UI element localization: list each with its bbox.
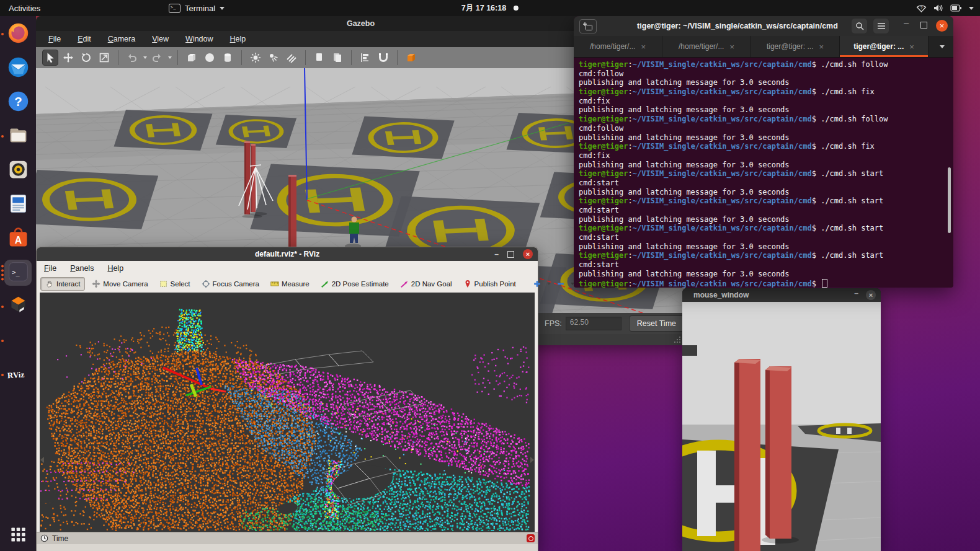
paste-icon <box>332 52 343 63</box>
mouse-window-viewport[interactable] <box>682 302 881 551</box>
resize-grip-icon[interactable] <box>674 335 681 343</box>
chevron-down-icon[interactable] <box>547 283 551 285</box>
zoom-in-button[interactable] <box>533 280 541 288</box>
dock-item-thunderbird[interactable] <box>4 55 32 81</box>
activities-button[interactable]: Activities <box>9 4 40 13</box>
terminal-tab[interactable]: tiger@tiger: ...× <box>751 36 840 57</box>
orangebox-icon <box>406 52 417 63</box>
indicator-dot <box>1 340 4 342</box>
tool-move-camera[interactable]: Move Camera <box>87 278 152 290</box>
terminal-tab[interactable]: tiger@tiger: ...× <box>840 36 929 57</box>
redo-button[interactable] <box>149 50 165 66</box>
snap-button[interactable] <box>375 50 391 66</box>
tool-publish-point[interactable]: Publish Point <box>459 278 520 290</box>
chevron-down-icon[interactable] <box>168 56 172 59</box>
dock-item-unknown-app[interactable] <box>4 328 32 354</box>
menu-button[interactable] <box>873 19 889 33</box>
rviz-titlebar[interactable]: default.rviz* - RViz – × <box>37 247 538 261</box>
undo-button[interactable] <box>124 50 140 66</box>
insert-cylinder-button[interactable] <box>220 50 236 66</box>
dock-item-libreoffice-writer[interactable] <box>4 192 32 218</box>
tool-2d-pose-estimate[interactable]: 2D Pose Estimate <box>316 278 393 290</box>
mouse-window-titlebar[interactable]: mouse_window – × <box>682 288 881 302</box>
scale-mode-button[interactable] <box>96 50 112 66</box>
close-icon[interactable]: × <box>523 249 533 259</box>
minimize-icon[interactable]: – <box>854 289 858 298</box>
insert-sphere-button[interactable] <box>202 50 218 66</box>
clock[interactable]: 7月 17 16:18 <box>461 3 519 14</box>
gazebo-menu-view[interactable]: View <box>152 35 169 43</box>
spot-light-button[interactable] <box>265 50 282 66</box>
gazebo-menu-edit[interactable]: Edit <box>78 35 91 43</box>
rviz-menu-file[interactable]: File <box>44 264 56 273</box>
terminal-tab[interactable]: /home/tiger/...× <box>574 36 662 57</box>
gazebo-menu-help[interactable]: Help <box>230 35 246 43</box>
rviz-menu-panels[interactable]: Panels <box>70 264 94 273</box>
tab-label: tiger@tiger: ... <box>767 42 814 51</box>
terminal-line: cmd:start <box>579 233 953 242</box>
fps-value-field[interactable]: 62.50 <box>566 317 621 330</box>
tool-measure[interactable]: Measure <box>266 278 314 290</box>
rviz-viewport[interactable] <box>40 293 535 532</box>
gazebo-menu-camera[interactable]: Camera <box>108 35 135 43</box>
copy-button[interactable] <box>311 50 327 66</box>
tab-close-icon[interactable]: × <box>641 42 646 51</box>
dock-item-gazebo[interactable] <box>4 294 32 320</box>
tab-close-icon[interactable]: × <box>729 42 734 51</box>
tab-close-icon[interactable]: × <box>819 42 824 51</box>
dock-item-help[interactable]: ? <box>4 89 32 115</box>
close-icon[interactable]: × <box>936 20 948 32</box>
running-indicator <box>1 340 4 342</box>
rviz-icon: RViz <box>7 363 30 388</box>
terminal-line: tiger@tiger:~/VISIM_single/catkin_ws/src… <box>579 142 953 151</box>
insert-box-button[interactable] <box>184 50 200 66</box>
panel-collapse-right-icon[interactable] <box>530 457 534 463</box>
gazebo-menu-file[interactable]: File <box>48 35 61 43</box>
dock-item-rviz[interactable]: RViz <box>4 362 32 388</box>
reset-time-button[interactable]: Reset Time <box>629 315 684 332</box>
panel-collapse-left-icon[interactable] <box>40 457 44 463</box>
dock-item-rhythmbox[interactable] <box>4 157 32 183</box>
app-menu[interactable]: >_ Terminal <box>169 4 225 13</box>
tab-list-button[interactable] <box>929 36 953 57</box>
dock-item-firefox[interactable] <box>4 21 32 47</box>
time-panel-close-icon[interactable] <box>527 534 535 542</box>
tool-focus-camera[interactable]: Focus Camera <box>197 278 264 290</box>
zoom-out-button[interactable] <box>556 280 565 288</box>
new-tab-button[interactable] <box>579 19 597 33</box>
terminal-tab[interactable]: /home/tiger/...× <box>662 36 751 57</box>
dock-item-files[interactable] <box>4 123 32 149</box>
align-icon <box>360 52 371 63</box>
terminal-titlebar[interactable]: tiger@tiger: ~/VISIM_single/catkin_ws/sr… <box>574 16 953 36</box>
align-button[interactable] <box>357 50 373 66</box>
tool-2d-nav-goal[interactable]: 2D Nav Goal <box>396 278 457 290</box>
point-light-button[interactable] <box>247 50 264 66</box>
terminal-scrollbar[interactable] <box>948 167 951 233</box>
search-button[interactable] <box>852 19 867 33</box>
maximize-icon[interactable] <box>507 251 514 258</box>
rotate-mode-button[interactable] <box>78 50 94 66</box>
minimize-icon[interactable]: – <box>494 250 499 258</box>
thunderbird-icon <box>7 56 30 81</box>
rviz-menu-help[interactable]: Help <box>107 264 123 273</box>
dock-item-ubuntu-software[interactable]: A <box>4 226 32 252</box>
dock-item-terminal[interactable]: >_ <box>4 260 32 286</box>
red-pillar-back <box>765 366 791 539</box>
dock-item-show-applications[interactable] <box>4 522 32 549</box>
tab-close-icon[interactable]: × <box>909 42 914 51</box>
minimize-icon[interactable]: – <box>904 18 909 28</box>
view-box-button[interactable] <box>403 50 419 66</box>
rviz-pointcloud-canvas[interactable] <box>40 293 535 531</box>
tool-select[interactable]: Select <box>155 278 195 290</box>
select-mode-button[interactable] <box>42 50 58 66</box>
system-tray[interactable]: ? <box>916 4 974 12</box>
chevron-down-icon[interactable] <box>143 56 147 59</box>
tool-interact[interactable]: Interact <box>40 277 85 291</box>
terminal-output[interactable]: tiger@tiger:~/VISIM_single/catkin_ws/src… <box>574 58 953 288</box>
directional-light-button[interactable] <box>283 50 300 66</box>
maximize-icon[interactable] <box>920 22 927 29</box>
close-icon[interactable]: × <box>866 290 876 300</box>
paste-button[interactable] <box>329 50 345 66</box>
gazebo-menu-window[interactable]: Window <box>185 35 213 43</box>
translate-mode-button[interactable] <box>60 50 76 66</box>
